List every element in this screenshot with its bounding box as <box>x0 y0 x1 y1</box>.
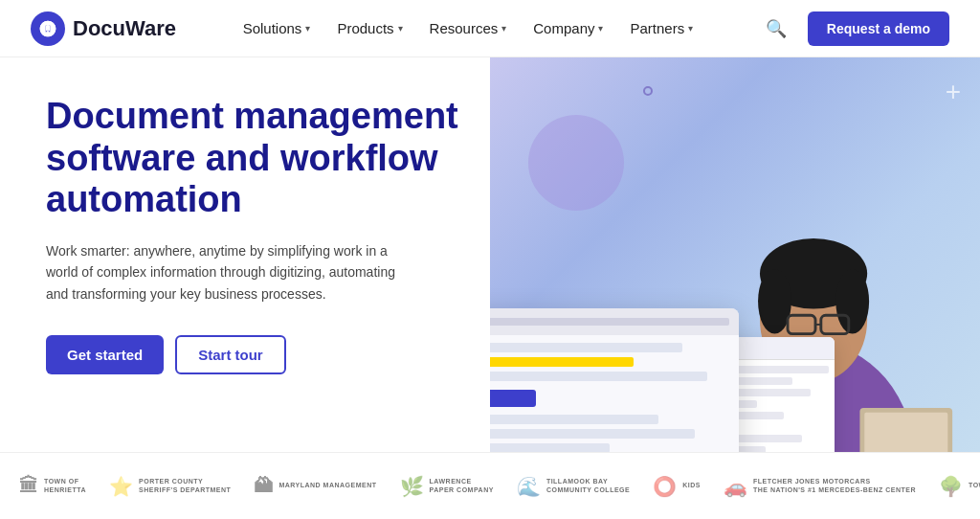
hero-title: Document management software and workflo… <box>46 96 459 221</box>
chevron-down-icon: ▾ <box>501 23 506 34</box>
lawrence-label: LAWRENCEPAPER COMPANY <box>430 478 494 494</box>
oakfield-icon: 🌳 <box>939 475 963 498</box>
svg-point-6 <box>835 269 869 334</box>
lawrence-icon: 🌿 <box>400 475 424 498</box>
kids-label: kids <box>682 482 701 489</box>
sheriffs-label: Porter CountySheriff's Department <box>139 478 231 494</box>
hero-left: Document management software and workflo… <box>0 57 490 519</box>
get-started-button[interactable]: Get started <box>46 335 164 374</box>
tillamook-icon: 🌊 <box>517 475 541 498</box>
logo-kids: ⭕ kids <box>653 475 701 498</box>
logo-icon <box>31 11 65 46</box>
main-nav: Solutions ▾ Products ▾ Resources ▾ Compa… <box>232 12 705 44</box>
ui-content-row <box>490 429 695 439</box>
kids-icon: ⭕ <box>653 475 677 498</box>
nav-resources[interactable]: Resources ▾ <box>418 12 519 44</box>
search-icon: 🔍 <box>766 19 787 38</box>
logo-text: DocuWare <box>73 16 176 41</box>
start-tour-button[interactable]: Start tour <box>175 335 286 374</box>
chevron-down-icon: ▾ <box>598 23 603 34</box>
oakfield-label: Town of Oakfield <box>969 482 980 489</box>
maryland-icon: 🏔 <box>254 475 273 497</box>
url-bar <box>490 318 729 326</box>
nav-solutions[interactable]: Solutions ▾ <box>232 12 323 44</box>
chevron-down-icon: ▾ <box>305 23 310 34</box>
henrietta-label: TOWN OFHENRIETTA <box>44 478 86 494</box>
ui-badge <box>490 390 536 407</box>
hero-right: + <box>490 57 980 519</box>
logo-maryland: 🏔 Maryland Management <box>254 475 376 497</box>
partner-logos-section: 🏛 TOWN OFHENRIETTA ⭐ Porter CountySherif… <box>0 452 980 519</box>
main-content: Document management software and workflo… <box>0 57 980 519</box>
logo-tillamook: 🌊 TILLAMOOK BAYCommunity College <box>517 475 630 498</box>
site-header: DocuWare Solutions ▾ Products ▾ Resource… <box>0 0 980 57</box>
header-actions: 🔍 Request a demo <box>760 11 949 46</box>
ui-content-row <box>490 372 707 381</box>
nav-partners[interactable]: Partners ▾ <box>618 12 704 44</box>
sheriffs-icon: ⭐ <box>109 475 133 498</box>
logo[interactable]: DocuWare <box>31 11 176 46</box>
fletcher-icon: 🚗 <box>724 475 747 498</box>
chevron-down-icon: ▾ <box>688 23 693 34</box>
logo-henrietta: 🏛 TOWN OFHENRIETTA <box>19 475 86 497</box>
ui-content-row <box>490 415 658 424</box>
ui-topbar <box>490 308 739 335</box>
logo-fletcher: 🚗 FLETCHER JONES MOTORCARSTHE NATION'S #… <box>724 475 916 498</box>
fletcher-label: FLETCHER JONES MOTORCARSTHE NATION'S #1 … <box>753 478 916 494</box>
henrietta-icon: 🏛 <box>19 475 38 497</box>
nav-company[interactable]: Company ▾ <box>522 12 614 44</box>
cta-buttons: Get started Start tour <box>46 335 459 374</box>
hero-subtitle: Work smarter: anywhere, anytime by simpl… <box>46 240 410 305</box>
search-button[interactable]: 🔍 <box>760 12 792 45</box>
request-demo-button[interactable]: Request a demo <box>808 11 949 46</box>
logo-oakfield: 🌳 Town of Oakfield <box>939 475 980 498</box>
circle-decoration-large <box>528 115 624 211</box>
maryland-label: Maryland Management <box>278 482 376 489</box>
docuware-logo-svg <box>38 19 57 38</box>
logo-sheriffs: ⭐ Porter CountySheriff's Department <box>109 475 231 498</box>
logo-lawrence: 🌿 LAWRENCEPAPER COMPANY <box>400 475 494 498</box>
nav-products[interactable]: Products ▾ <box>325 12 413 44</box>
ui-content-row <box>490 343 682 352</box>
tillamook-label: TILLAMOOK BAYCommunity College <box>546 478 630 494</box>
ui-highlight-row <box>490 357 634 367</box>
chevron-down-icon: ▾ <box>398 23 403 34</box>
